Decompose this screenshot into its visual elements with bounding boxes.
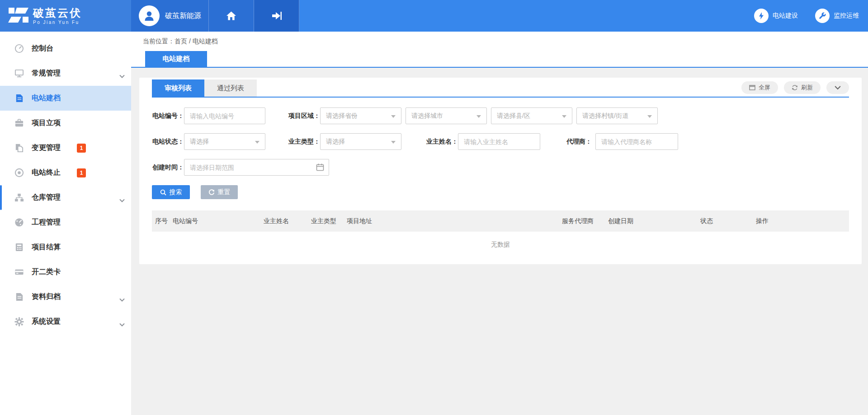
user-menu[interactable]: 破茧新能源: [131, 0, 209, 32]
station-status-select[interactable]: 请选择: [184, 133, 265, 150]
notification-badge: 1: [77, 168, 86, 177]
reset-button[interactable]: 重置: [201, 185, 238, 199]
home-button[interactable]: [209, 0, 254, 32]
create-time-label: 创建时间：: [152, 163, 184, 172]
company-name: 破茧新能源: [165, 11, 201, 21]
nav-monitor-ops[interactable]: 监控运维: [815, 9, 859, 23]
sidebar-item-change-mgmt[interactable]: 变更管理 1: [0, 135, 131, 160]
fullscreen-label: 全屏: [759, 84, 770, 92]
agent-input[interactable]: [595, 133, 678, 150]
archive-icon: [14, 292, 24, 302]
chevron-down-icon: [119, 320, 125, 324]
region-label: 项目区域：: [288, 112, 320, 120]
nav-station-build-label: 电站建设: [773, 12, 798, 20]
page-tab-station-archive[interactable]: 电站建档: [145, 51, 207, 67]
collapse-button[interactable]: [826, 81, 849, 94]
col-index: 序号: [152, 217, 173, 225]
search-button[interactable]: 搜索: [152, 185, 190, 199]
refresh-icon: [792, 84, 798, 91]
dropdown-arrow-icon: [562, 115, 566, 118]
calendar-icon: [316, 163, 324, 171]
sidebar-item-general-mgmt[interactable]: 常规管理: [0, 61, 131, 86]
agent-label: 代理商：: [563, 138, 592, 146]
sidebar-item-engineering-mgmt[interactable]: 工程管理: [0, 210, 131, 235]
gauge-icon: [14, 44, 24, 54]
dropdown-arrow-icon: [647, 115, 652, 118]
sidebar-item-label: 控制台: [32, 44, 53, 53]
record-icon: [14, 168, 24, 178]
city-select[interactable]: 请选择城市: [406, 107, 487, 124]
empty-state-text: 无数据: [152, 232, 849, 258]
county-select[interactable]: 请选择县/区: [491, 107, 572, 124]
sidebar-item-station-archive[interactable]: 电站建档: [0, 86, 131, 111]
sidebar-item-label: 电站终止: [32, 168, 61, 177]
station-status-label: 电站状态：: [152, 138, 184, 146]
town-select[interactable]: 请选择村镇/街道: [576, 107, 658, 124]
reset-label: 重置: [218, 188, 231, 196]
sidebar-item-label: 变更管理: [32, 143, 61, 153]
top-header: 破茧云伏 Po Jian Yun Fu 破茧新能源 电站建设: [0, 0, 868, 32]
fullscreen-button[interactable]: 全屏: [741, 81, 778, 94]
owner-type-label: 业主类型：: [288, 138, 320, 146]
sidebar-item-label: 电站建档: [32, 93, 61, 103]
sidebar-item-open-class2-card[interactable]: 开二类卡: [0, 260, 131, 284]
refresh-label: 刷新: [801, 84, 813, 92]
owner-name-input[interactable]: [458, 133, 540, 150]
sidebar-item-label: 项目立项: [32, 118, 61, 128]
sidebar-item-warehouse-mgmt[interactable]: 仓库管理: [0, 185, 131, 210]
brand-title: 破茧云伏: [33, 7, 82, 19]
col-create-date: 创建日期: [608, 217, 700, 225]
county-select-value: 请选择县/区: [497, 112, 530, 120]
brand-logo-icon: [8, 5, 30, 26]
chevron-down-icon: [835, 84, 841, 91]
breadcrumb-bar: 当前位置：首页 / 电站建档 电站建档: [131, 32, 868, 68]
date-range-input[interactable]: [184, 159, 329, 175]
tab-passed-list[interactable]: 通过列表: [204, 79, 257, 97]
sidebar-item-label: 开二类卡: [32, 267, 61, 277]
wrench-icon: [815, 9, 830, 23]
calculator-icon: [14, 242, 24, 252]
date-range-picker[interactable]: [184, 159, 329, 176]
reset-icon: [208, 189, 215, 196]
tab-review-list[interactable]: 审核列表: [152, 79, 204, 97]
logout-button[interactable]: [254, 0, 299, 32]
nav-station-build[interactable]: 电站建设: [754, 9, 798, 23]
card-icon: [14, 267, 24, 277]
fullscreen-icon: [749, 84, 755, 91]
sidebar-item-project-initiation[interactable]: 项目立项: [0, 111, 131, 135]
sidebar-scrollbar[interactable]: [0, 185, 2, 210]
results-table: 序号 电站编号 业主姓名 业主类型 项目地址 服务代理商 创建日期 状态 操作 …: [152, 210, 849, 258]
search-icon: [160, 189, 166, 196]
sitemap-icon: [14, 193, 24, 203]
dropdown-arrow-icon: [476, 115, 481, 118]
panel-tabs: 审核列表 通过列表: [152, 79, 257, 97]
sidebar-item-system-settings[interactable]: 系统设置: [0, 309, 131, 334]
sidebar: 控制台 常规管理 电站建档 项目立项 变更管理 1 电站终止 1: [0, 32, 131, 415]
content-panel: 审核列表 通过列表 全屏 刷新 电站编号：: [139, 78, 862, 264]
city-select-value: 请选择城市: [411, 112, 443, 120]
sidebar-item-project-settlement[interactable]: 项目结算: [0, 235, 131, 260]
sidebar-item-station-termination[interactable]: 电站终止 1: [0, 160, 131, 185]
sidebar-item-data-archive[interactable]: 资料归档: [0, 284, 131, 309]
station-status-value: 请选择: [190, 138, 209, 146]
nav-monitor-ops-label: 监控运维: [834, 12, 859, 20]
sidebar-item-label: 项目结算: [32, 242, 61, 252]
col-owner-type: 业主类型: [311, 217, 347, 225]
col-status: 状态: [700, 217, 756, 225]
pages-icon: [14, 143, 24, 153]
col-service-agent: 服务代理商: [562, 217, 608, 225]
chevron-down-icon: [119, 295, 125, 299]
chevron-down-icon: [119, 72, 125, 75]
station-no-input[interactable]: [184, 107, 265, 124]
owner-type-select[interactable]: 请选择: [320, 133, 401, 150]
owner-name-label: 业主姓名：: [425, 138, 458, 146]
sidebar-item-console[interactable]: 控制台: [0, 36, 131, 61]
dropdown-arrow-icon: [391, 141, 396, 144]
sidebar-item-label: 仓库管理: [32, 193, 61, 202]
refresh-button[interactable]: 刷新: [784, 81, 821, 94]
sidebar-item-label: 系统设置: [32, 317, 61, 326]
province-select[interactable]: 请选择省份: [320, 107, 401, 124]
dropdown-arrow-icon: [255, 141, 259, 144]
breadcrumb: 当前位置：首页 / 电站建档: [143, 37, 218, 46]
sidebar-item-label: 工程管理: [32, 218, 61, 227]
